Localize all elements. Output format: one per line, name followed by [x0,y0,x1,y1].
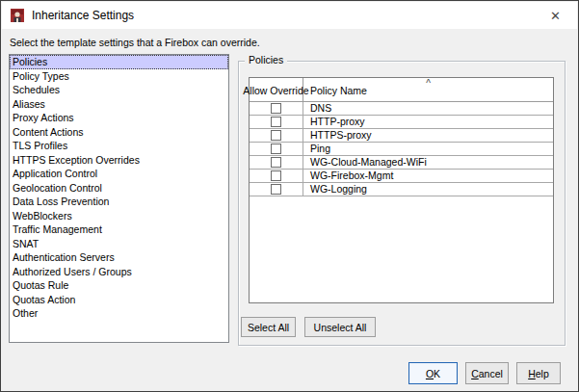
allow-override-cell [250,143,303,155]
table-row[interactable]: Ping [250,143,553,156]
allow-override-cell [250,170,303,182]
allow-override-checkbox[interactable] [271,130,281,141]
table-body: DNSHTTP-proxyHTTPS-proxyPingWG-Cloud-Man… [250,102,553,196]
policy-name-cell: HTTPS-proxy [303,129,553,142]
sidebar-item[interactable]: Other [10,306,228,321]
table-row[interactable]: HTTP-proxy [250,116,553,129]
sidebar-item[interactable]: Schedules [10,83,228,97]
titlebar[interactable]: Inheritance Settings ✕ [2,2,577,29]
allow-override-checkbox[interactable] [271,170,281,181]
close-icon: ✕ [550,9,561,23]
sidebar-item[interactable]: HTTPS Exception Overrides [10,153,228,168]
allow-override-checkbox[interactable] [271,184,281,195]
allow-override-cell [250,129,303,142]
policy-name-cell: HTTP-proxy [303,116,553,128]
column-header-policy-name[interactable]: ^ Policy Name [303,78,553,101]
sidebar-item[interactable]: Authentication Servers [10,250,228,265]
settings-category-list[interactable]: PoliciesPolicy TypesSchedulesAliasesProx… [9,54,229,343]
sidebar-item[interactable]: Quotas Action [10,293,228,307]
sidebar-item[interactable]: Geolocation Control [10,181,228,196]
policies-groupbox: Policies Allow Override ^ Policy Name DN… [238,61,566,346]
inheritance-settings-dialog: Inheritance Settings ✕ Select the templa… [0,0,579,392]
sidebar-item[interactable]: SNAT [10,237,228,251]
table-row[interactable]: HTTPS-proxy [250,129,553,143]
allow-override-cell [250,102,303,115]
policy-name-cell: WG-Cloud-Managed-WiFi [303,156,553,169]
allow-override-cell [250,156,303,169]
policy-name-cell: WG-Logging [303,183,553,196]
table-row[interactable]: WG-Logging [250,183,553,196]
allow-override-checkbox[interactable] [271,103,281,114]
allow-override-checkbox[interactable] [271,117,281,127]
sidebar-item[interactable]: TLS Profiles [10,139,228,153]
sidebar-item[interactable]: Content Actions [10,125,228,140]
sidebar-item[interactable]: Application Control [10,167,228,181]
unselect-all-button[interactable]: Unselect All [304,317,376,337]
policy-name-cell: DNS [303,102,553,115]
sort-ascending-icon: ^ [426,79,431,88]
table-header: Allow Override ^ Policy Name [250,78,553,102]
sidebar-item[interactable]: Proxy Actions [10,111,228,125]
allow-override-cell [250,183,303,196]
groupbox-title: Policies [245,54,287,65]
select-all-button[interactable]: Select All [241,317,296,337]
sidebar-item[interactable]: Quotas Rule [10,278,228,293]
sidebar-item[interactable]: Traffic Management [10,222,228,237]
policy-name-cell: WG-Firebox-Mgmt [303,170,553,182]
column-header-allow-override[interactable]: Allow Override [250,78,303,101]
sidebar-item[interactable]: Authorized Users / Groups [10,265,228,279]
allow-override-checkbox[interactable] [271,157,281,168]
table-row[interactable]: WG-Cloud-Managed-WiFi [250,156,553,170]
cancel-button[interactable]: Cancel [465,362,509,384]
sidebar-item[interactable]: Aliases [10,97,228,112]
app-icon [10,9,25,23]
instruction-text: Select the template settings that a Fire… [10,37,260,48]
close-button[interactable]: ✕ [534,2,577,29]
window-title: Inheritance Settings [32,9,134,22]
policies-table: Allow Override ^ Policy Name DNSHTTP-pro… [249,77,554,303]
allow-override-cell [250,116,303,128]
table-row[interactable]: WG-Firebox-Mgmt [250,170,553,183]
sidebar-item[interactable]: WebBlockers [10,209,228,223]
allow-override-checkbox[interactable] [271,144,281,154]
policy-name-cell: Ping [303,143,553,155]
table-row[interactable]: DNS [250,102,553,116]
help-button[interactable]: Help [516,362,561,384]
sidebar-item[interactable]: Policy Types [10,69,228,84]
ok-button[interactable]: OK [408,362,458,384]
sidebar-item[interactable]: Policies [10,55,228,69]
sidebar-item[interactable]: Data Loss Prevention [10,195,228,209]
